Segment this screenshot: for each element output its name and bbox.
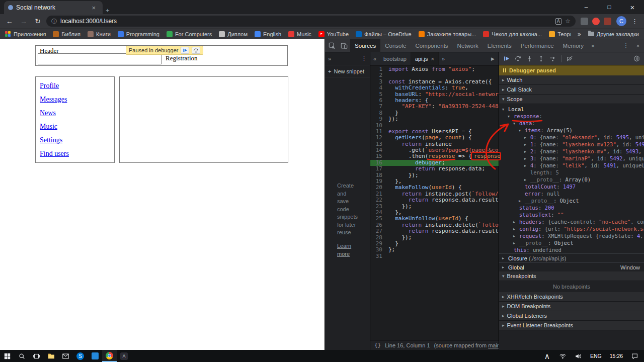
scope-row[interactable]: ▸2: {name: "lyashenko-mv", id: 5493, un…	[499, 148, 644, 155]
scope-row[interactable]: ▸headers: {cache-control: "no-cache", co…	[499, 218, 644, 225]
line-number[interactable]: 3	[370, 79, 385, 85]
bookmark-star-icon[interactable]: ☆	[565, 18, 571, 25]
chevron-right-icon[interactable]: ▸	[502, 256, 508, 260]
scope-row[interactable]: ▸config: {url: "https://social-network.s…	[499, 225, 644, 232]
translate-icon[interactable]: A	[555, 18, 562, 25]
bookmark-item[interactable]: YouTube	[318, 31, 349, 37]
line-number[interactable]: 20	[370, 185, 385, 191]
line-number[interactable]: 6	[370, 98, 385, 104]
chrome-icon[interactable]	[102, 350, 117, 362]
chevron-right-icon[interactable]: ▸	[524, 149, 530, 154]
line-number[interactable]: 27	[370, 228, 385, 234]
line-number[interactable]: 31	[370, 253, 385, 259]
line-number[interactable]: 7	[370, 104, 385, 110]
chevron-right-icon[interactable]: ▸	[524, 142, 530, 147]
bookmark-item[interactable]: Music	[288, 31, 311, 37]
other-bookmarks[interactable]: Другие закладки	[588, 31, 639, 37]
new-tab-button[interactable]: +	[103, 7, 113, 14]
scope-row[interactable]: status: 200	[499, 204, 644, 211]
bookmarks-overflow-icon[interactable]: »	[578, 31, 581, 38]
devtools-menu-icon[interactable]: ⋮	[620, 39, 632, 52]
device-toolbar-icon[interactable]	[338, 39, 350, 52]
minimize-button[interactable]: –	[575, 0, 598, 14]
scope-row[interactable]: ▸4: {name: "lelik", id: 5491, uniqueUrl…	[499, 162, 644, 169]
file-tab-bootstrap[interactable]: bootstrap	[379, 52, 411, 65]
url-text[interactable]: localhost:3000/Users	[60, 18, 552, 25]
scope-row[interactable]: ▾response:	[499, 113, 644, 120]
devtools-tab-console[interactable]: Console	[380, 39, 411, 52]
scope-row[interactable]: ▾data:	[499, 120, 644, 127]
line-number[interactable]: 4	[370, 85, 385, 91]
scope-row[interactable]: totalCount: 1497	[499, 183, 644, 190]
line-number[interactable]: 9	[370, 116, 385, 122]
section-dom-breakpoints[interactable]: ▸DOM Breakpoints	[499, 302, 644, 311]
navigator-menu-icon[interactable]: ⋮	[361, 55, 367, 62]
chevron-right-icon[interactable]: ▸	[524, 135, 530, 140]
action-center-icon[interactable]	[627, 350, 642, 362]
file-tab-api.js[interactable]: api.js×	[411, 52, 439, 65]
tabs-overflow-icon[interactable]: »	[588, 42, 598, 49]
start-button[interactable]	[0, 350, 15, 362]
line-number[interactable]: 12	[370, 135, 385, 141]
profile-avatar[interactable]: C	[616, 16, 626, 26]
step-over-button[interactable]	[192, 47, 200, 54]
watch-section-header[interactable]: ▸ Watch	[499, 75, 644, 85]
bookmark-item[interactable]: For Computers	[167, 31, 212, 37]
scope-row[interactable]: ▸Closure (./src/api/api.js)	[499, 253, 644, 262]
chevron-right-icon[interactable]: ▸	[519, 199, 525, 203]
bookmark-item[interactable]: Programming	[118, 31, 159, 37]
section-xhr-fetch-breakpoints[interactable]: ▸XHR/fetch Breakpoints	[499, 292, 644, 302]
clock[interactable]: 15:26	[606, 353, 626, 359]
scope-row[interactable]: ▸__proto__: Array(0)	[499, 176, 644, 183]
taskbar-search-icon[interactable]	[15, 350, 29, 362]
line-number[interactable]: 2	[370, 72, 385, 78]
browser-menu-icon[interactable]: ⋮	[629, 18, 640, 25]
nav-link-music[interactable]: Music	[40, 120, 114, 133]
breakpoints-section-header[interactable]: ▾ Breakpoints	[499, 272, 644, 281]
extension-icon[interactable]	[592, 18, 600, 25]
scope-row[interactable]: ▸3: {name: "marinaP", id: 5492, uniqueU…	[499, 155, 644, 162]
step-out-icon[interactable]	[538, 55, 544, 62]
line-number[interactable]: 17	[370, 166, 385, 172]
scope-row[interactable]: ▾Local	[499, 106, 644, 113]
step-icon[interactable]	[549, 55, 556, 62]
devtools-tab-components[interactable]: Components	[411, 39, 452, 52]
section-global-listeners[interactable]: ▸Global Listeners	[499, 311, 644, 321]
source-map-link[interactable]: main…	[488, 342, 499, 348]
close-window-button[interactable]: ×	[621, 0, 644, 14]
chevron-right-icon[interactable]: ▸	[513, 234, 519, 238]
bookmark-item[interactable]: Теория большого...	[549, 31, 571, 37]
chevron-right-icon[interactable]: ▸	[513, 227, 519, 231]
scope-row[interactable]: error: null	[499, 190, 644, 197]
devtools-tab-elements[interactable]: Elements	[483, 39, 516, 52]
scope-row[interactable]: this: undefined	[499, 246, 644, 253]
chevron-right-icon[interactable]: ▸	[524, 156, 530, 161]
bookmark-item[interactable]: Библия	[53, 31, 80, 37]
app-icon[interactable]: A	[117, 350, 131, 362]
line-number[interactable]: 25	[370, 216, 385, 222]
chevron-down-icon[interactable]: ▾	[519, 128, 525, 133]
bookmark-item[interactable]: Приложения	[5, 31, 46, 37]
close-file-icon[interactable]: ×	[431, 56, 434, 62]
chevron-down-icon[interactable]: ▾	[513, 121, 519, 126]
pretty-print-icon[interactable]: {}	[374, 342, 381, 348]
vscode-icon[interactable]	[88, 350, 102, 362]
volume-icon[interactable]	[571, 350, 586, 362]
tab-close-icon[interactable]: ×	[89, 4, 99, 12]
network-icon[interactable]	[555, 350, 570, 362]
tray-expand-icon[interactable]: ∧	[540, 350, 554, 362]
scope-row[interactable]: statusText: ""	[499, 211, 644, 218]
chevron-right-icon[interactable]: ▸	[524, 177, 530, 182]
scope-row[interactable]: ▸__proto__: Object	[499, 197, 644, 204]
language-indicator[interactable]: ENG	[587, 353, 605, 359]
bookmark-item[interactable]: Чехол для кахона...	[483, 31, 542, 37]
nav-link-find-users[interactable]: Find users	[40, 147, 114, 160]
chevron-right-icon[interactable]: ▸	[524, 163, 530, 168]
line-number[interactable]: 15	[370, 153, 385, 159]
scope-section-header[interactable]: ▾ Scope	[499, 95, 644, 104]
inspect-element-icon[interactable]	[326, 39, 338, 52]
bookmark-item[interactable]: English	[255, 31, 281, 37]
devtools-close-icon[interactable]: ×	[632, 39, 644, 52]
chevron-right-icon[interactable]: ▸	[513, 220, 519, 224]
learn-more-link[interactable]: Learn more	[337, 242, 359, 258]
